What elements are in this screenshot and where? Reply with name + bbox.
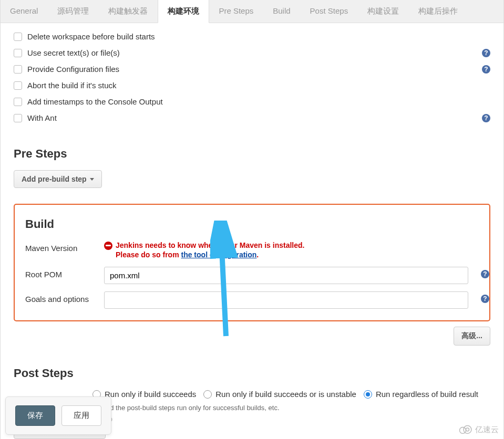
build-section-outer: Build Maven Version Jenkins needs to kno… (1, 198, 503, 356)
tab-scm[interactable]: 源码管理 (48, 0, 99, 23)
root-pom-label: Root POM (25, 267, 104, 279)
help-icon[interactable]: ? (482, 65, 490, 74)
maven-error: Jenkins needs to know where your Maven i… (104, 241, 468, 259)
tab-build[interactable]: Build (263, 0, 300, 23)
help-icon[interactable]: ? (482, 114, 490, 122)
label-config-files: Provide Configuration files (27, 65, 119, 74)
svg-point-3 (464, 426, 471, 434)
checkbox-delete-workspace[interactable] (14, 33, 22, 41)
save-bar: 保存 应用 (5, 396, 111, 435)
error-icon (104, 242, 112, 250)
tab-general[interactable]: General (1, 0, 48, 23)
checkbox-with-ant[interactable] (14, 114, 22, 122)
advanced-button[interactable]: 高级... (454, 327, 490, 346)
radio-regardless[interactable] (364, 390, 372, 399)
pre-steps-section: Pre Steps Add pre-build step (1, 137, 503, 198)
add-pre-build-step-button[interactable]: Add pre-build step (14, 170, 102, 188)
checkbox-abort-stuck[interactable] (14, 81, 22, 90)
label-abort-stuck: Abort the build if it's stuck (27, 81, 117, 90)
goals-input[interactable] (104, 291, 468, 309)
dropdown-caret-icon (90, 178, 94, 181)
build-title: Build (25, 217, 479, 231)
help-icon[interactable]: ? (482, 49, 490, 57)
label-delete-workspace: Delete workspace before build starts (27, 32, 155, 41)
checkbox-timestamps[interactable] (14, 98, 22, 106)
build-env-section: Delete workspace before build starts Use… (1, 23, 503, 137)
apply-button[interactable]: 应用 (61, 405, 101, 426)
tab-post-actions[interactable]: 构建后操作 (409, 0, 468, 23)
checkbox-config-files[interactable] (14, 65, 22, 74)
label-timestamps: Add timestamps to the Console Output (27, 97, 163, 106)
post-steps-title: Post Steps (14, 367, 490, 380)
root-pom-input[interactable] (104, 267, 468, 284)
label-with-ant: With Ant (27, 113, 57, 122)
goals-label: Goals and options (25, 291, 104, 304)
tab-triggers[interactable]: 构建触发器 (99, 0, 158, 23)
save-button[interactable]: 保存 (15, 405, 55, 426)
tab-build-settings[interactable]: 构建设置 (358, 0, 409, 23)
tab-post-steps[interactable]: Post Steps (301, 0, 358, 23)
help-icon[interactable]: ? (481, 295, 489, 303)
build-highlight-box: Build Maven Version Jenkins needs to kno… (14, 204, 490, 321)
watermark: 亿速云 (457, 424, 499, 435)
help-icon[interactable]: ? (481, 270, 489, 278)
tool-configuration-link[interactable]: the tool configuration (181, 250, 256, 259)
maven-version-label: Maven Version (25, 241, 104, 253)
post-hint: Should the post-build steps run only for… (92, 404, 490, 412)
label-secret-text: Use secret text(s) or file(s) (27, 48, 120, 57)
tab-build-env[interactable]: 构建环境 (158, 0, 209, 23)
tab-pre-steps[interactable]: Pre Steps (209, 0, 263, 23)
config-tabs: General 源码管理 构建触发器 构建环境 Pre Steps Build … (1, 0, 503, 23)
svg-point-4 (466, 428, 469, 431)
checkbox-secret-text[interactable] (14, 49, 22, 57)
radio-unstable[interactable] (203, 390, 212, 399)
pre-steps-title: Pre Steps (14, 147, 490, 161)
